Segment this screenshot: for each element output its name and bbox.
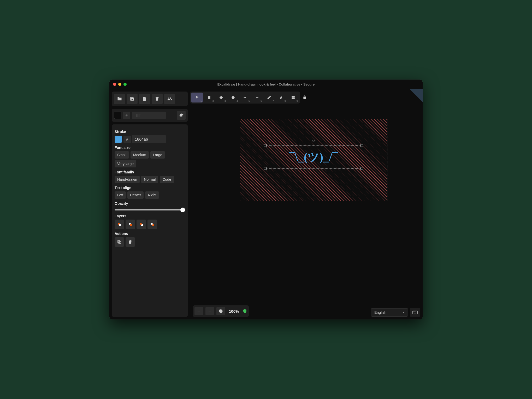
content: # Stroke # Font size Small Medium	[109, 89, 423, 319]
line-tool[interactable]: 6	[251, 93, 263, 102]
stroke-label: Stroke	[115, 130, 185, 134]
language-select[interactable]: English	[371, 308, 408, 317]
bring-to-front-button[interactable]	[147, 220, 157, 229]
svg-rect-10	[208, 96, 210, 99]
stroke-hex-input[interactable]	[132, 135, 166, 143]
settings-button[interactable]	[177, 111, 186, 120]
stroke-swatch[interactable]	[115, 136, 122, 143]
shape-toolbar: 1 2 3 4 5 6 7 8 9	[190, 92, 300, 104]
ellipse-tool[interactable]: 4	[227, 93, 239, 102]
background-hex-input[interactable]	[132, 112, 166, 119]
opacity-slider[interactable]	[115, 209, 185, 210]
duplicate-button[interactable]	[115, 237, 124, 247]
close-window-button[interactable]	[113, 83, 116, 86]
font-family-handdrawn[interactable]: Hand-drawn	[115, 176, 140, 183]
app-window: Excalidraw | Hand-drawn look & feel • Co…	[109, 80, 423, 319]
chevron-up-icon	[402, 311, 405, 314]
font-family-code[interactable]: Code	[160, 176, 174, 183]
github-corner-icon[interactable]	[410, 89, 423, 102]
delete-button[interactable]	[126, 237, 135, 247]
keyboard-shortcuts-button[interactable]	[410, 308, 420, 317]
text-align-right[interactable]: Right	[145, 191, 159, 199]
font-family-label: Font family	[115, 170, 185, 174]
font-family-normal[interactable]: Normal	[141, 176, 158, 183]
maximize-window-button[interactable]	[123, 83, 127, 86]
minimize-window-button[interactable]	[118, 83, 121, 86]
send-backward-button[interactable]	[126, 220, 135, 229]
svg-rect-19	[413, 312, 414, 312]
svg-point-11	[232, 96, 235, 99]
draw-tool[interactable]: 7	[263, 93, 275, 102]
canvas[interactable]: 1 2 3 4 5 6 7 8 9 ¯\_(ツ)_/¯	[190, 89, 423, 319]
zoom-controls: 100%	[193, 305, 249, 317]
zoom-out-button[interactable]	[205, 307, 214, 315]
collaborate-button[interactable]	[164, 94, 175, 104]
gear-icon	[179, 113, 184, 118]
svg-rect-17	[293, 98, 295, 99]
shrug-text-element[interactable]: ¯\_(ツ)_/¯	[265, 145, 362, 169]
save-button[interactable]	[127, 94, 138, 104]
lock-icon[interactable]	[303, 95, 307, 100]
library-tool[interactable]: 9	[287, 93, 299, 102]
svg-rect-20	[414, 312, 415, 312]
svg-rect-21	[415, 312, 416, 312]
text-align-left[interactable]: Left	[115, 191, 126, 199]
rectangle-tool[interactable]: 2	[203, 93, 215, 102]
svg-rect-5	[140, 223, 142, 225]
window-title: Excalidraw | Hand-drawn look & feel • Co…	[109, 82, 423, 86]
text-tool[interactable]: 8	[275, 93, 287, 102]
open-button[interactable]	[114, 94, 125, 104]
encryption-shield-icon[interactable]	[243, 309, 247, 313]
svg-rect-1	[119, 224, 121, 226]
shape-toolbar-container: 1 2 3 4 5 6 7 8 9	[190, 92, 307, 104]
font-size-large[interactable]: Large	[150, 151, 165, 159]
svg-rect-3	[130, 224, 132, 226]
font-size-very-large[interactable]: Very large	[115, 160, 136, 167]
bring-forward-button[interactable]	[137, 220, 146, 229]
arrow-tool[interactable]: 5	[239, 93, 251, 102]
hash-label: #	[123, 112, 130, 119]
svg-rect-15	[293, 96, 295, 98]
actions-label: Actions	[115, 232, 185, 236]
selection-tool[interactable]: 1	[191, 93, 203, 102]
font-size-label: Font size	[115, 146, 185, 150]
opacity-label: Opacity	[115, 201, 185, 205]
file-toolbar	[112, 92, 188, 106]
svg-rect-18	[413, 311, 417, 314]
zoom-level: 100%	[227, 309, 240, 313]
text-align-label: Text align	[115, 186, 185, 190]
keyboard-icon	[412, 311, 418, 314]
svg-rect-16	[292, 98, 293, 99]
window-controls	[113, 83, 127, 86]
font-size-small[interactable]: Small	[115, 151, 129, 159]
zoom-reset-button[interactable]	[216, 307, 225, 315]
background-color-panel: #	[112, 109, 188, 122]
titlebar: Excalidraw | Hand-drawn look & feel • Co…	[109, 80, 423, 89]
svg-rect-22	[416, 312, 416, 312]
svg-rect-23	[414, 313, 416, 313]
text-align-center[interactable]: Center	[127, 191, 144, 199]
font-size-medium[interactable]: Medium	[131, 151, 149, 159]
zoom-in-button[interactable]	[194, 307, 203, 315]
left-column: # Stroke # Font size Small Medium	[109, 89, 190, 319]
bottom-right-controls: English	[371, 308, 420, 317]
properties-panel: Stroke # Font size Small Medium Large Ve…	[112, 124, 188, 317]
background-swatch[interactable]	[114, 112, 121, 119]
svg-rect-14	[292, 96, 293, 98]
language-label: English	[374, 310, 386, 315]
clear-canvas-button[interactable]	[152, 94, 163, 104]
send-to-back-button[interactable]	[115, 220, 124, 229]
diamond-tool[interactable]: 3	[215, 93, 227, 102]
hash-label-stroke: #	[123, 136, 131, 143]
export-button[interactable]	[139, 94, 150, 104]
svg-rect-7	[151, 223, 153, 225]
layers-label: Layers	[115, 214, 185, 218]
